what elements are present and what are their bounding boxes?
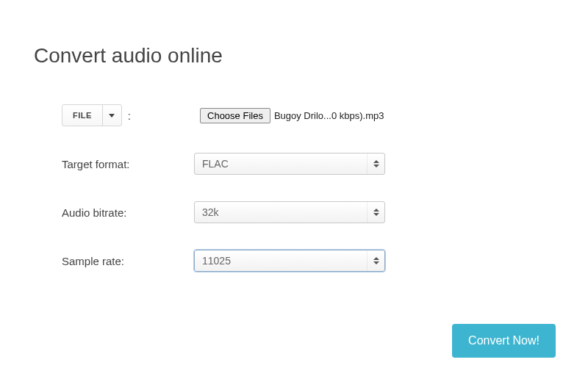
select-arrows-icon — [367, 250, 384, 271]
audio-bitrate-row: Audio bitrate: 32k — [62, 201, 532, 223]
convert-form: FILE : Choose Files Bugoy Drilo...0 kbps… — [62, 104, 532, 298]
audio-bitrate-value: 32k — [195, 206, 367, 218]
triangle-down-icon — [373, 165, 379, 167]
target-format-value: FLAC — [195, 158, 367, 170]
select-arrows-icon — [367, 154, 384, 174]
triangle-down-icon — [373, 213, 379, 216]
convert-now-button[interactable]: Convert Now! — [452, 324, 556, 358]
file-source-button[interactable]: FILE — [62, 105, 102, 126]
triangle-up-icon — [373, 209, 379, 212]
triangle-up-icon — [373, 257, 379, 260]
file-source-row: FILE : Choose Files Bugoy Drilo...0 kbps… — [62, 104, 532, 126]
sample-rate-value: 11025 — [195, 255, 367, 267]
file-colon: : — [128, 109, 131, 122]
file-source-caret-button[interactable] — [102, 105, 121, 126]
select-arrows-icon — [367, 202, 384, 223]
caret-down-icon — [109, 114, 115, 118]
choose-files-button[interactable]: Choose Files — [200, 108, 270, 123]
sample-rate-row: Sample rate: 11025 — [62, 250, 532, 272]
selected-filename: Bugoy Drilo...0 kbps).mp3 — [274, 110, 384, 121]
triangle-down-icon — [373, 261, 379, 264]
audio-bitrate-label: Audio bitrate: — [62, 206, 194, 219]
target-format-row: Target format: FLAC — [62, 153, 532, 175]
sample-rate-select[interactable]: 11025 — [194, 250, 385, 272]
target-format-label: Target format: — [62, 158, 194, 170]
file-source-dropdown[interactable]: FILE — [62, 104, 122, 126]
triangle-up-icon — [373, 160, 379, 163]
audio-bitrate-select[interactable]: 32k — [194, 201, 385, 223]
page-title: Convert audio online — [34, 44, 223, 68]
target-format-select[interactable]: FLAC — [194, 153, 385, 175]
sample-rate-label: Sample rate: — [62, 255, 194, 267]
